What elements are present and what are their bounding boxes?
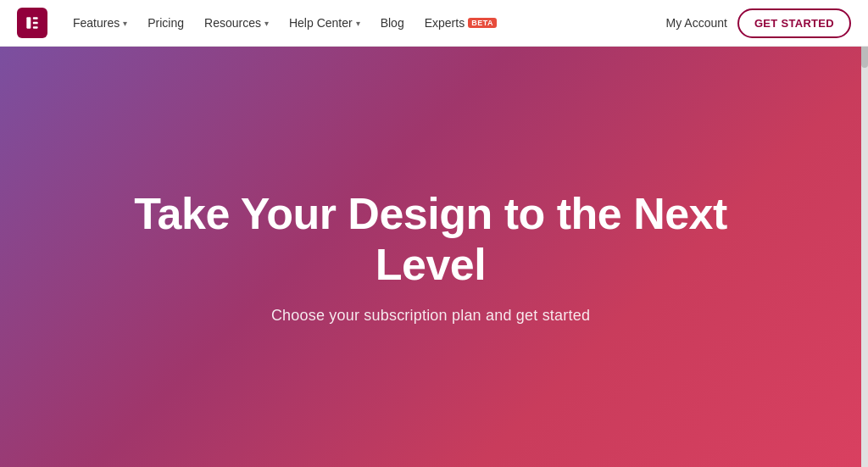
nav-item-pricing[interactable]: Pricing: [139, 11, 192, 35]
hero-subtitle: Choose your subscription plan and get st…: [271, 307, 590, 325]
hero-title: Take Your Design to the Next Level: [113, 189, 748, 291]
navbar: Features ▾ Pricing Resources ▾ Help Cent…: [0, 0, 868, 47]
nav-item-features[interactable]: Features ▾: [64, 11, 136, 35]
nav-item-resources[interactable]: Resources ▾: [196, 11, 277, 35]
logo[interactable]: [17, 8, 47, 38]
chevron-down-icon: ▾: [264, 19, 269, 28]
nav-help-label: Help Center: [289, 16, 353, 30]
nav-features-label: Features: [73, 16, 120, 30]
navbar-right: My Account GET STARTED: [666, 8, 851, 38]
hero-section: Take Your Design to the Next Level Choos…: [0, 47, 861, 467]
main-nav: Features ▾ Pricing Resources ▾ Help Cent…: [64, 11, 666, 35]
nav-item-blog[interactable]: Blog: [372, 11, 413, 35]
nav-item-help-center[interactable]: Help Center ▾: [281, 11, 369, 35]
svg-rect-3: [33, 26, 38, 28]
experts-beta-badge: BETA: [468, 18, 497, 28]
nav-resources-label: Resources: [204, 16, 261, 30]
my-account-link[interactable]: My Account: [666, 16, 727, 30]
svg-rect-1: [33, 17, 38, 19]
svg-rect-0: [26, 17, 31, 28]
nav-experts-label: Experts: [425, 16, 465, 30]
nav-pricing-label: Pricing: [147, 16, 184, 30]
nav-blog-label: Blog: [381, 16, 404, 30]
svg-rect-2: [33, 22, 38, 25]
scrollbar[interactable]: [861, 0, 868, 467]
get-started-button[interactable]: GET STARTED: [737, 8, 851, 38]
chevron-down-icon: ▾: [123, 19, 127, 28]
nav-item-experts[interactable]: Experts BETA: [416, 11, 505, 35]
chevron-down-icon: ▾: [356, 19, 360, 28]
